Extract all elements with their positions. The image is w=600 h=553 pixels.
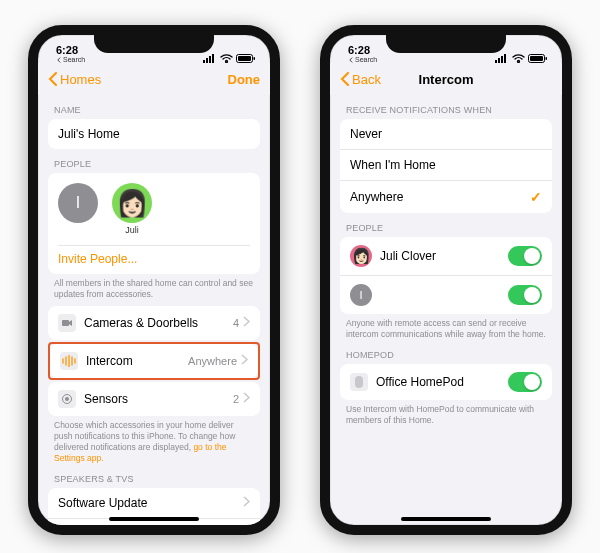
- nav-back-button[interactable]: Back: [340, 72, 381, 87]
- home-indicator[interactable]: [401, 517, 491, 521]
- svg-rect-21: [546, 57, 548, 60]
- person-juli[interactable]: 👩🏻 Juli: [112, 183, 152, 235]
- person-label: Juli: [125, 225, 139, 235]
- home-name-field[interactable]: Juli's Home: [48, 119, 260, 149]
- section-header-homepod: HOMEPOD: [340, 340, 552, 364]
- intercom-icon: [60, 352, 78, 370]
- row-cameras-doorbells[interactable]: Cameras & Doorbells 4: [48, 306, 260, 340]
- svg-rect-18: [504, 54, 506, 63]
- people-card: I 👩🏻 Juli Invite People...: [48, 173, 260, 274]
- svg-point-13: [65, 397, 69, 401]
- chevron-right-icon: [243, 392, 250, 406]
- phone-left: 6:28 Search Homes Done NAME Juli's Home …: [28, 25, 280, 535]
- notch: [94, 35, 214, 53]
- avatar-icon: 👩🏻: [112, 183, 152, 223]
- status-back-to-app[interactable]: Search: [56, 56, 85, 63]
- wifi-icon: [220, 54, 233, 63]
- content-left: NAME Juli's Home PEOPLE I 👩🏻 Juli Invite…: [38, 95, 270, 525]
- homepod-footer: Use Intercom with HomePod to communicate…: [340, 400, 552, 426]
- svg-rect-7: [62, 320, 69, 326]
- invite-people-button[interactable]: Invite People...: [58, 245, 250, 266]
- row-sensors[interactable]: Sensors 2: [48, 382, 260, 416]
- intercom-row-highlight: Intercom Anywhere: [48, 342, 260, 380]
- status-time: 6:28: [56, 45, 85, 56]
- wifi-icon: [512, 54, 525, 63]
- homepod-icon: [350, 373, 368, 391]
- section-header-people: PEOPLE: [340, 213, 552, 237]
- people-footer: Anyone with remote access can send or re…: [340, 314, 552, 340]
- svg-rect-17: [501, 56, 503, 63]
- phone-right: 6:28 Search Back Intercom RECEIVE NOTIFI…: [320, 25, 572, 535]
- avatar-icon: I: [58, 183, 98, 223]
- navbar: Homes Done: [38, 63, 270, 95]
- people-row-me[interactable]: I: [340, 276, 552, 314]
- home-indicator[interactable]: [109, 517, 199, 521]
- avatar-icon: I: [350, 284, 372, 306]
- people-footer: All members in the shared home can contr…: [48, 274, 260, 300]
- battery-icon: [236, 54, 256, 63]
- chevron-left-icon: [48, 72, 58, 86]
- notch: [386, 35, 506, 53]
- option-when-home[interactable]: When I'm Home: [340, 150, 552, 181]
- status-time: 6:28: [348, 45, 377, 56]
- person-me[interactable]: I: [58, 183, 98, 235]
- camera-icon: [58, 314, 76, 332]
- people-row-juli[interactable]: 👩🏻 Juli Clover: [340, 237, 552, 276]
- section-header-name: NAME: [48, 95, 260, 119]
- row-software-update[interactable]: Software Update: [48, 488, 260, 519]
- battery-icon: [528, 54, 548, 63]
- svg-rect-22: [355, 376, 363, 388]
- chevron-right-icon: [243, 496, 250, 510]
- svg-rect-3: [212, 54, 214, 63]
- section-header-notifications: RECEIVE NOTIFICATIONS WHEN: [340, 95, 552, 119]
- homepod-row[interactable]: Office HomePod: [340, 364, 552, 400]
- signal-icon: [495, 54, 509, 63]
- signal-icon: [203, 54, 217, 63]
- chevron-right-icon: [243, 316, 250, 330]
- svg-rect-5: [238, 56, 251, 61]
- notifications-footer: Choose which accessories in your home de…: [48, 416, 260, 464]
- status-icons: [203, 54, 256, 63]
- section-header-speakers: SPEAKERS & TVS: [48, 464, 260, 488]
- svg-rect-6: [254, 57, 256, 60]
- status-icons: [495, 54, 548, 63]
- nav-done-button[interactable]: Done: [228, 72, 261, 87]
- option-anywhere[interactable]: Anywhere ✓: [340, 181, 552, 213]
- status-back-to-app[interactable]: Search: [348, 56, 377, 63]
- toggle-switch[interactable]: [508, 372, 542, 392]
- toggle-switch[interactable]: [508, 285, 542, 305]
- row-intercom[interactable]: Intercom Anywhere: [50, 344, 258, 378]
- svg-rect-20: [530, 56, 543, 61]
- checkmark-icon: ✓: [530, 189, 542, 205]
- content-right: RECEIVE NOTIFICATIONS WHEN Never When I'…: [330, 95, 562, 525]
- sensor-icon: [58, 390, 76, 408]
- navbar: Back Intercom: [330, 63, 562, 95]
- toggle-switch[interactable]: [508, 246, 542, 266]
- avatar-icon: 👩🏻: [350, 245, 372, 267]
- option-never[interactable]: Never: [340, 119, 552, 150]
- nav-back-button[interactable]: Homes: [48, 72, 101, 87]
- svg-rect-2: [209, 56, 211, 63]
- chevron-left-icon: [340, 72, 350, 86]
- chevron-right-icon: [241, 354, 248, 368]
- section-header-people: PEOPLE: [48, 149, 260, 173]
